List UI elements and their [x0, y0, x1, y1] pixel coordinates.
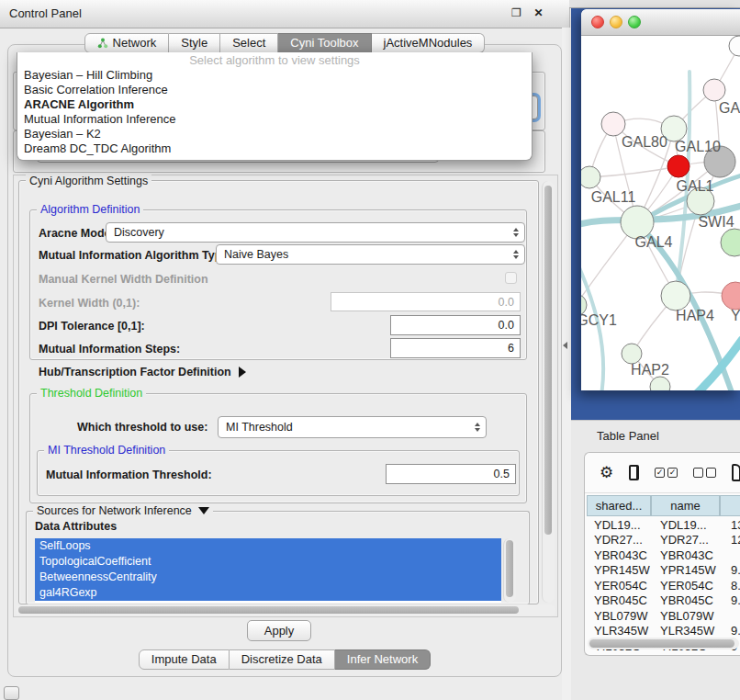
table-row[interactable]: YDR27... YDR27... 12 [587, 533, 740, 548]
table-row[interactable]: YDL19... YDL19... 13 [587, 517, 740, 533]
cell-col3[interactable]: 9. [720, 593, 740, 607]
minimized-panel-icon[interactable] [4, 686, 19, 700]
control-panel-title: Control Panel [9, 6, 82, 20]
table-hscrollbar-thumb[interactable] [589, 639, 734, 648]
table-horizontal-scrollbar[interactable] [588, 638, 739, 649]
mi-algorithm-type-combobox[interactable]: Naive Bayes [216, 244, 525, 265]
cell-col3[interactable]: 9. [720, 563, 740, 577]
dropdown-item-aracne[interactable]: ARACNE Algorithm [17, 97, 532, 112]
hub-definition-expander[interactable]: Hub/Transcription Factor Definition [39, 366, 246, 378]
table-row[interactable]: YBR045C YBR045C 9. [587, 593, 740, 609]
cell-shared[interactable]: YER054C [587, 579, 651, 593]
node-salmon[interactable] [722, 282, 740, 310]
cell-col3[interactable]: 12 [720, 533, 740, 547]
cell-shared[interactable]: YLR345W [587, 624, 651, 638]
node-label-hap4: HAP4 [676, 308, 714, 323]
node-gal11[interactable] [581, 166, 600, 188]
cell-name[interactable]: YER054C [651, 579, 720, 593]
zoom-traffic-light[interactable] [628, 16, 641, 28]
attributes-scrollbar-thumb[interactable] [506, 540, 513, 597]
table-row[interactable]: YLR345W YLR345W 9. [587, 624, 740, 639]
column-header-shared-name[interactable]: shared... [587, 495, 651, 516]
deselect-all-columns-button[interactable] [693, 468, 716, 478]
which-threshold-combobox[interactable]: MI Threshold [218, 416, 487, 438]
cell-name[interactable]: YBL079W [651, 609, 720, 623]
cell-shared[interactable]: YBR043C [587, 548, 651, 562]
settings-vertical-scrollbar[interactable] [542, 181, 555, 603]
apply-button[interactable]: Apply [247, 620, 311, 641]
splitter-collapse-handle[interactable] [563, 340, 569, 350]
column-header-name[interactable]: name [651, 495, 720, 516]
tab-infer-network[interactable]: Infer Network [335, 649, 431, 670]
algorithm-dropdown-popup: Select algorithm to view settings Bayesi… [17, 52, 533, 161]
kernel-width-field[interactable]: 0.0 [331, 292, 521, 311]
node-hap4[interactable] [661, 281, 690, 310]
cell-name[interactable]: YDR27... [651, 533, 720, 547]
dropdown-item-dream8[interactable]: Dream8 DC_TDC Algorithm [17, 141, 532, 156]
tab-discretize-data[interactable]: Discretize Data [230, 649, 335, 670]
list-item-betweennesscentrality[interactable]: BetweennessCentrality [35, 570, 501, 585]
dpi-tolerance-field[interactable]: 0.0 [390, 315, 521, 335]
cell-shared[interactable]: YBR045C [587, 593, 651, 607]
network-window-titlebar[interactable] [581, 9, 740, 36]
cell-col3[interactable]: 9. [720, 624, 740, 638]
tab-network[interactable]: Network [84, 33, 170, 53]
select-all-columns-button[interactable]: ✓ ✓ [655, 468, 678, 478]
tab-style[interactable]: Style [169, 33, 220, 53]
manual-kernel-checkbox[interactable] [505, 272, 517, 284]
float-window-icon[interactable]: ❐ [510, 7, 522, 19]
list-item-gal4rgexp[interactable]: gal4RGexp [35, 585, 501, 601]
table-row[interactable]: YBR043C YBR043C [587, 548, 740, 563]
tab-impute-data[interactable]: Impute Data [139, 649, 230, 670]
cell-name[interactable]: YLR345W [651, 624, 720, 638]
settings-hscrollbar-thumb[interactable] [18, 606, 519, 614]
dropdown-item-mutual-information[interactable]: Mutual Information Inference [17, 112, 532, 127]
export-table-icon[interactable] [732, 464, 740, 481]
minimize-traffic-light[interactable] [610, 16, 622, 28]
cell-shared[interactable]: YDL19... [587, 518, 651, 532]
dropdown-item-bayesian-hill-climbing[interactable]: Bayesian – Hill Climbing [17, 68, 532, 83]
cell-shared[interactable]: YBL079W [587, 609, 651, 623]
dropdown-item-basic-correlation[interactable]: Basic Correlation Inference [17, 83, 532, 97]
tab-cyni-toolbox[interactable]: Cyni Toolbox [278, 33, 371, 53]
cell-shared[interactable]: YDR27... [587, 533, 651, 547]
node-gal1[interactable] [667, 155, 690, 177]
settings-vscrollbar-thumb[interactable] [544, 186, 552, 535]
node-unlabeled-top[interactable] [729, 36, 740, 56]
table-row[interactable]: YER054C YER054C 8. [587, 578, 740, 593]
table-row[interactable]: YPR145W YPR145W 9. [587, 563, 740, 579]
panel-splitter[interactable] [562, 28, 571, 700]
node-right-green[interactable] [721, 229, 740, 256]
cell-name[interactable]: YBR045C [651, 593, 720, 607]
unchecked-checkbox-icon [693, 468, 703, 478]
settings-horizontal-scrollbar[interactable] [16, 604, 555, 616]
list-item-topologicalcoefficient[interactable]: TopologicalCoefficient [35, 554, 501, 570]
gear-icon[interactable]: ⚙ [600, 465, 613, 480]
node-gal-partial[interactable] [703, 79, 725, 101]
sources-collapse-header[interactable]: Sources for Network Inference [33, 504, 213, 517]
list-item-selfloops[interactable]: SelfLoops [35, 538, 501, 554]
dropdown-item-bayesian-k2[interactable]: Bayesian – K2 [17, 127, 532, 141]
tab-jactivemnodules[interactable]: jActiveMNodules [372, 33, 486, 53]
cell-name[interactable]: YDL19... [651, 518, 720, 532]
cell-shared[interactable]: YPR145W [587, 563, 651, 577]
mi-algorithm-type-value: Naive Bayes [224, 248, 288, 261]
node-gal80[interactable] [601, 112, 625, 136]
attributes-list-scrollbar[interactable] [503, 538, 516, 603]
columns-icon[interactable] [629, 465, 639, 480]
cell-col3[interactable]: 13 [720, 518, 740, 532]
node-hap2[interactable] [622, 344, 642, 364]
cell-name[interactable]: YPR145W [651, 563, 720, 577]
table-row[interactable]: YBL079W YBL079W [587, 608, 740, 624]
cell-name[interactable]: YBR043C [651, 548, 720, 562]
mi-steps-field[interactable]: 6 [390, 338, 521, 358]
close-traffic-light[interactable] [591, 16, 604, 28]
aracne-mode-combobox[interactable]: Discovery [106, 222, 525, 243]
checked-checkbox-icon: ✓ [667, 468, 678, 478]
column-header-third[interactable] [720, 495, 740, 516]
close-window-icon[interactable]: ✕ [533, 7, 544, 19]
cell-col3[interactable]: 8. [720, 579, 740, 593]
tab-select[interactable]: Select [220, 33, 278, 53]
network-canvas[interactable]: GAL80 GAL10 GAL1 GAL11 SWI4 GAL4 GCY1 HA… [581, 35, 740, 390]
mi-threshold-field[interactable]: 0.5 [386, 464, 516, 484]
